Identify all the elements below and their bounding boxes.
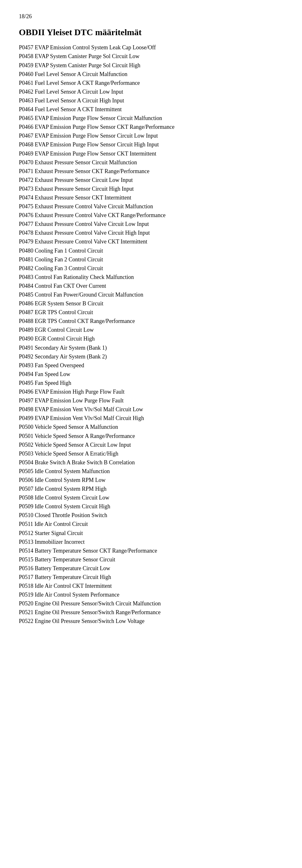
page-number: 18/26 [19,12,283,21]
dtc-list-item: P0460 Fuel Level Sensor A Circuit Malfun… [19,70,283,78]
dtc-list-item: P0522 Engine Oil Pressure Sensor/Switch … [19,617,283,625]
dtc-list-item: P0505 Idle Control System Malfunction [19,467,283,475]
dtc-list-item: P0463 Fuel Level Sensor A Circuit High I… [19,96,283,104]
dtc-list-item: P0484 Control Fan CKT Over Current [19,282,283,290]
dtc-list-item: P0496 EVAP Emission High Purge Flow Faul… [19,388,283,396]
dtc-list-item: P0514 Battery Temperature Sensor CKT Ran… [19,547,283,555]
dtc-list-item: P0467 EVAP Emission Purge Flow Sensor Ci… [19,132,283,140]
main-title: OBDII Yleiset DTC määritelmät [19,26,283,38]
dtc-list-item: P0506 Idle Control System RPM Low [19,476,283,484]
dtc-list-item: P0476 Exhaust Pressure Control Valve CKT… [19,211,283,219]
dtc-list-item: P0457 EVAP Emission Control System Leak … [19,43,283,52]
dtc-list-item: P0510 Closed Throttle Position Switch [19,511,283,519]
dtc-list-item: P0517 Battery Temperature Circuit High [19,573,283,581]
dtc-list-item: P0459 EVAP System Canister Purge Sol Cir… [19,61,283,69]
dtc-list-item: P0516 Battery Temperature Circuit Low [19,564,283,572]
dtc-list-item: P0503 Vehicle Speed Sensor A Erratic/Hig… [19,450,283,458]
dtc-list-item: P0493 Fan Speed Overspeed [19,361,283,369]
dtc-list-item: P0464 Fuel Level Sensor A CKT Intermitte… [19,105,283,114]
dtc-list: P0457 EVAP Emission Control System Leak … [19,43,283,625]
dtc-list-item: P0469 EVAP Emission Purge Flow Sensor CK… [19,150,283,158]
dtc-list-item: P0472 Exhaust Pressure Sensor Circuit Lo… [19,176,283,184]
dtc-list-item: P0511 Idle Air Control Circuit [19,520,283,528]
dtc-list-item: P0512 Starter Signal Circuit [19,529,283,537]
dtc-list-item: P0481 Cooling Fan 2 Control Circuit [19,255,283,264]
dtc-list-item: P0473 Exhaust Pressure Sensor Circuit Hi… [19,185,283,193]
dtc-list-item: P0470 Exhaust Pressure Sensor Circuit Ma… [19,158,283,166]
dtc-list-item: P0502 Vehicle Speed Sensor A Circuit Low… [19,441,283,449]
dtc-list-item: P0489 EGR Control Circuit Low [19,326,283,334]
dtc-list-item: P0491 Secondary Air System (Bank 1) [19,344,283,352]
dtc-list-item: P0478 Exhaust Pressure Control Valve Cir… [19,229,283,237]
dtc-list-item: P0518 Idle Air Control CKT Intermittent [19,582,283,590]
dtc-list-item: P0504 Brake Switch A Brake Switch B Corr… [19,458,283,466]
dtc-list-item: P0520 Engine Oil Pressure Sensor/Switch … [19,599,283,608]
dtc-list-item: P0488 EGR TPS Control CKT Range/Performa… [19,317,283,325]
dtc-list-item: P0483 Control Fan Rationality Check Malf… [19,273,283,281]
dtc-list-item: P0521 Engine Oil Pressure Sensor/Switch … [19,608,283,616]
dtc-list-item: P0507 Idle Control System RPM High [19,485,283,493]
dtc-list-item: P0474 Exhaust Pressure Sensor CKT Interm… [19,193,283,202]
dtc-list-item: P0509 Idle Control System Circuit High [19,502,283,510]
dtc-list-item: P0465 EVAP Emission Purge Flow Sensor Ci… [19,114,283,122]
dtc-list-item: P0480 Cooling Fan 1 Control Circuit [19,247,283,255]
dtc-list-item: P0458 EVAP System Canister Purge Sol Cir… [19,52,283,60]
dtc-list-item: P0495 Fan Speed High [19,379,283,387]
dtc-list-item: P0494 Fan Speed Low [19,370,283,378]
dtc-list-item: P0468 EVAP Emission Purge Flow Sensor Ci… [19,141,283,149]
dtc-list-item: P0498 EVAP Emission Vent Vlv/Sol Malf Ci… [19,405,283,413]
dtc-list-item: P0471 Exhaust Pressure Sensor CKT Range/… [19,167,283,175]
dtc-list-item: P0475 Exhaust Pressure Control Valve Cir… [19,202,283,211]
dtc-list-item: P0485 Control Fan Power/Ground Circuit M… [19,290,283,299]
dtc-list-item: P0462 Fuel Level Sensor A Circuit Low In… [19,88,283,96]
dtc-list-item: P0479 Exhaust Pressure Control Valve CKT… [19,238,283,246]
dtc-list-item: P0508 Idle Control System Circuit Low [19,494,283,502]
dtc-list-item: P0486 EGR System Sensor B Circuit [19,300,283,308]
dtc-list-item: P0477 Exhaust Pressure Control Valve Cir… [19,220,283,228]
dtc-list-item: P0515 Battery Temperature Sensor Circuit [19,555,283,564]
dtc-list-item: P0519 Idle Air Control System Performanc… [19,591,283,599]
dtc-list-item: P0490 EGR Control Circuit High [19,335,283,343]
dtc-list-item: P0501 Vehicle Speed Sensor A Range/Perfo… [19,432,283,440]
dtc-list-item: P0466 EVAP Emission Purge Flow Sensor CK… [19,123,283,131]
dtc-list-item: P0482 Cooling Fan 3 Control Circuit [19,264,283,272]
dtc-list-item: P0500 Vehicle Speed Sensor A Malfunction [19,423,283,431]
dtc-list-item: P0461 Fuel Level Sensor A CKT Range/Perf… [19,79,283,87]
dtc-list-item: P0499 EVAP Emission Vent Vlv/Sol Malf Ci… [19,414,283,422]
dtc-list-item: P0487 EGR TPS Control Circuit [19,308,283,316]
dtc-list-item: P0492 Secondary Air System (Bank 2) [19,352,283,361]
dtc-list-item: P0513 Immobilizer Incorrect [19,538,283,546]
dtc-list-item: P0497 EVAP Emission Low Purge Flow Fault [19,397,283,405]
